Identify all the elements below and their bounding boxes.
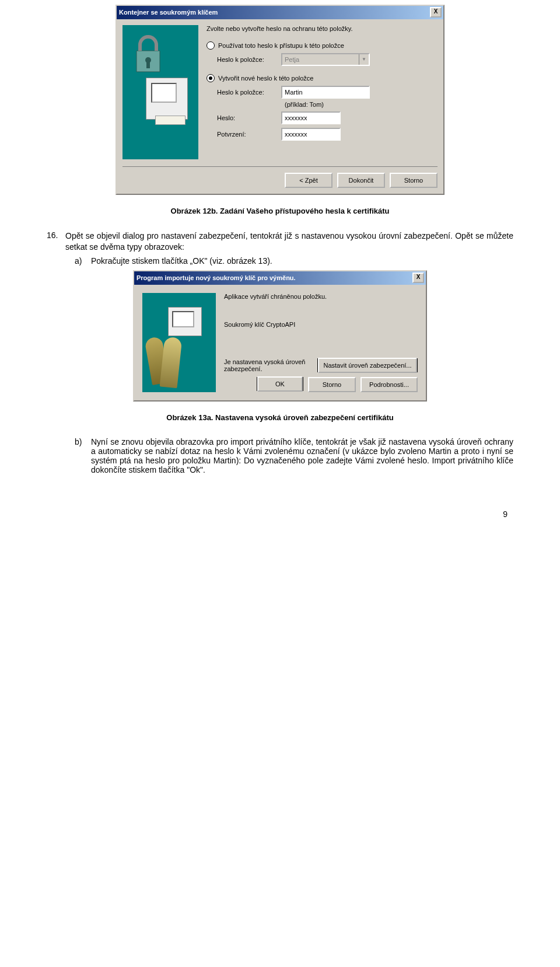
list-letter-b: b) <box>75 437 91 474</box>
radio-create-new-label: Vytvořit nové heslo k této položce <box>218 75 313 82</box>
input-password[interactable]: xxxxxxx <box>281 111 341 124</box>
list-number-16: 16. <box>47 231 65 253</box>
figure-caption-12b: Obrázek 12b. Zadání Vašeho přístupového … <box>47 207 513 215</box>
label-item-password-1: Heslo k položce: <box>217 56 281 63</box>
close-icon[interactable]: X <box>430 7 442 18</box>
hint-example: (příklad: Tom) <box>285 101 438 108</box>
paragraph-16: Opět se objevil dialog pro nastavení zab… <box>65 231 513 253</box>
label-confirm: Potvrzení: <box>217 131 281 138</box>
radio-create-new[interactable] <box>206 74 215 82</box>
ok-button[interactable]: OK <box>257 377 303 391</box>
cancel-button-2[interactable]: Storno <box>308 377 356 392</box>
dialog-key-container: Kontejner se soukromým klíčem X Zvolte n… <box>116 5 444 195</box>
computer-icon <box>146 78 188 120</box>
page-number: 9 <box>47 509 513 519</box>
label-item-password-2: Heslo k položce: <box>217 89 281 96</box>
input-confirm[interactable]: xxxxxxx <box>281 128 341 141</box>
chevron-down-icon: ▼ <box>359 54 369 65</box>
label-password: Heslo: <box>217 114 281 121</box>
set-security-level-button[interactable]: Nastavit úroveň zabezpečení... <box>317 358 418 372</box>
radio-use-existing[interactable] <box>206 41 215 50</box>
input-item-name[interactable]: Martin <box>281 86 370 99</box>
padlock-icon <box>131 33 166 74</box>
computer-icon <box>168 307 202 336</box>
close-icon-2[interactable]: X <box>412 273 424 283</box>
dialog-title: Kontejner se soukromým klíčem <box>119 9 218 16</box>
list-letter-a: a) <box>75 256 91 266</box>
security-level-note: Je nastavena vysoká úroveň zabezpečení. <box>224 358 312 372</box>
paragraph-16a: Pokračujte stiskem tlačítka „OK" (viz. o… <box>91 256 272 266</box>
wizard-banner-image-2 <box>142 293 216 392</box>
info-line-1: Aplikace vytváří chráněnou položku. <box>224 293 418 300</box>
paragraph-16b: Nyní se znovu objevila obrazovka pro imp… <box>91 437 513 474</box>
combo-existing-password: Petja ▼ <box>281 53 370 66</box>
radio-use-existing-label: Používat toto heslo k přístupu k této po… <box>218 42 344 49</box>
details-button[interactable]: Podrobnosti... <box>360 377 418 392</box>
wizard-banner-image <box>123 25 198 159</box>
intro-text: Zvolte nebo vytvořte heslo na ochranu té… <box>206 25 438 32</box>
dialog-import-key: Program importuje nový soukromý klíč pro… <box>133 270 427 402</box>
dialog2-title: Program importuje nový soukromý klíč pro… <box>136 274 296 281</box>
titlebar: Kontejner se soukromým klíčem X <box>117 6 443 19</box>
back-button[interactable]: < Zpět <box>285 173 332 188</box>
figure-caption-13a: Obrázek 13a. Nastavena vysoká úroveň zab… <box>47 413 513 422</box>
titlebar-2: Program importuje nový soukromý klíč pro… <box>134 271 426 285</box>
cancel-button[interactable]: Storno <box>390 173 438 188</box>
info-line-2: Soukromý klíč CryptoAPI <box>224 321 418 328</box>
finish-button[interactable]: Dokončit <box>337 173 385 188</box>
svg-rect-1 <box>146 61 150 68</box>
